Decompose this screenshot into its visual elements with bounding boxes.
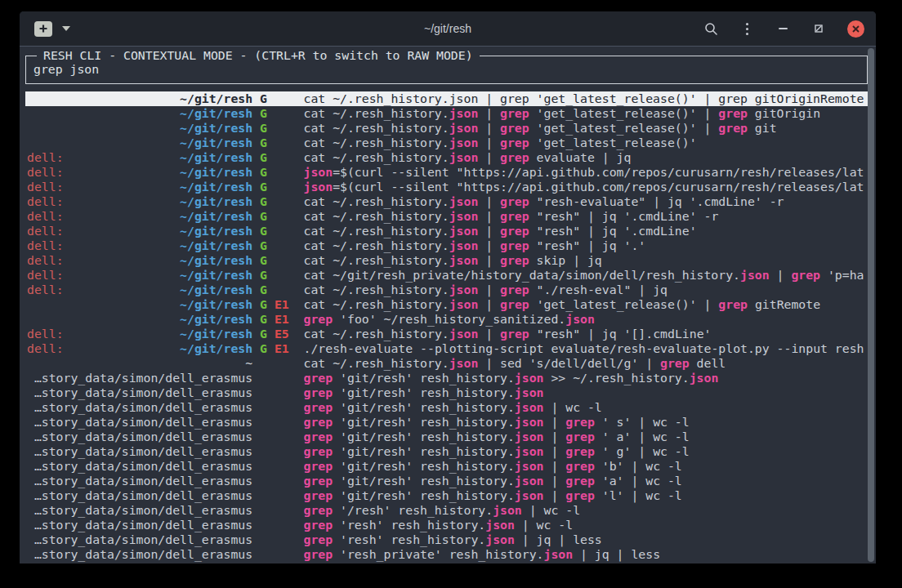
command-text: cat ~/.resh_history.json | grep "resh" |… [304,209,869,224]
status-flags [260,415,289,430]
directory-label: …story_data/simon/dell_erasmus [34,400,252,415]
directory-label: …story_data/simon/dell_erasmus [34,518,252,532]
history-row[interactable]: ~/git/reshGcat ~/.resh_history.json | gr… [25,91,868,106]
command-text: cat ~/.resh_history.json | grep 'get_lat… [304,91,869,106]
history-row[interactable]: …story_data/simon/dell_erasmusgrep 'git/… [25,400,868,415]
history-row[interactable]: …story_data/simon/dell_erasmusgrep 'resh… [25,532,868,547]
host-dir-column: dell:~/git/resh [27,150,252,165]
history-row[interactable]: …story_data/simon/dell_erasmusgrep 'resh… [25,547,868,562]
directory-label: ~/git/resh [180,194,252,209]
history-row[interactable]: …story_data/simon/dell_erasmusgrep 'git/… [25,459,868,474]
history-row[interactable]: …story_data/simon/dell_erasmusgrep '/res… [25,503,868,518]
host-dir-column: dell:~/git/resh [27,180,252,194]
kebab-menu-icon[interactable] [739,21,754,36]
new-tab-icon[interactable] [34,21,52,37]
host-dir-column: dell:~/git/resh [27,268,252,283]
host-dir-column: ~ [27,356,252,371]
host-dir-column: ~/git/resh [27,91,252,106]
directory-label: ~/git/resh [180,165,252,180]
history-row[interactable]: dell:~/git/reshGcat ~/.resh_history.json… [25,224,868,238]
status-flags [260,430,289,444]
history-row[interactable]: dell:~/git/reshGcat ~/.resh_history.json… [25,194,868,209]
command-text: cat ~/.resh_history.json | grep skip | j… [304,253,869,268]
command-text: grep 'git/resh' resh_history.json | grep… [304,415,869,430]
directory-label: ~/git/resh [180,224,252,238]
history-row[interactable]: ~/git/reshG E1grep 'foo' ~/resh_history_… [25,312,868,327]
host-dir-column: dell:~/git/resh [27,209,252,224]
resh-mode-title: RESH CLI - CONTEXTUAL MODE - (CTRL+R to … [37,48,480,63]
directory-label: ~/git/resh [180,283,252,297]
history-row[interactable]: dell:~/git/reshGcat ~/.resh_history.json… [25,238,868,253]
host-label: dell: [27,209,64,224]
status-flags [260,474,289,488]
status-flags: G [260,238,289,253]
restore-icon[interactable] [811,21,826,36]
status-flags [260,356,289,371]
command-text: ./resh-evaluate --plotting-script evalua… [304,341,868,356]
history-row[interactable]: dell:~/git/reshG E5cat ~/.resh_history.j… [25,327,868,341]
search-icon[interactable] [703,21,718,36]
status-flags: G E1 [260,297,289,312]
history-row[interactable]: …story_data/simon/dell_erasmusgrep 'resh… [25,518,868,532]
command-text: grep 'git/resh' resh_history.json | grep… [304,459,869,474]
history-row[interactable]: …story_data/simon/dell_erasmusgrep 'git/… [25,430,868,444]
titlebar: ~/git/resh [20,11,876,47]
host-dir-column: dell:~/git/resh [27,238,252,253]
directory-label: …story_data/simon/dell_erasmus [34,385,252,400]
history-row[interactable]: ~/git/reshGcat ~/.resh_history.json | gr… [25,121,868,136]
status-flags: G [260,180,289,194]
directory-label: ~/git/resh [180,91,252,106]
host-dir-column: …story_data/simon/dell_erasmus [27,430,252,444]
status-flags: G [260,136,289,150]
minimize-icon[interactable] [775,21,790,36]
host-dir-column: …story_data/simon/dell_erasmus [27,532,252,547]
command-text: grep 'git/resh' resh_history.json | grep… [304,488,869,503]
history-row[interactable]: dell:~/git/reshGjson=$(curl --silent "ht… [25,165,868,180]
host-dir-column: dell:~/git/resh [27,327,252,341]
history-row[interactable]: …story_data/simon/dell_erasmusgrep 'git/… [25,488,868,503]
history-row[interactable]: …story_data/simon/dell_erasmusgrep 'git/… [25,415,868,430]
directory-label: …story_data/simon/dell_erasmus [34,532,252,547]
history-row[interactable]: dell:~/git/reshGcat ~/.resh_history.json… [25,283,868,297]
chevron-down-icon[interactable] [62,26,70,31]
history-row[interactable]: dell:~/git/reshGjson=$(curl --silent "ht… [25,180,868,194]
status-flags: G E1 [260,341,289,356]
close-icon[interactable] [847,20,864,38]
history-row[interactable]: ~cat ~/.resh_history.json | sed 's/dell/… [25,356,868,371]
history-row[interactable]: dell:~/git/reshGcat ~/.resh_history.json… [25,150,868,165]
command-text: grep 'resh' resh_history.json | jq | les… [304,532,869,547]
history-row[interactable]: ~/git/reshGcat ~/.resh_history.json | gr… [25,106,868,121]
scrollbar[interactable] [868,48,874,562]
host-label: dell: [27,268,64,283]
history-row[interactable]: ~/git/reshGcat ~/.resh_history.json | gr… [25,136,868,150]
history-row[interactable]: dell:~/git/reshG E1./resh-evaluate --plo… [25,341,868,356]
command-text: cat ~/.resh_history.json | grep "resh-ev… [304,194,869,209]
history-row[interactable]: …story_data/simon/dell_erasmusgrep 'git/… [25,474,868,488]
host-dir-column: …story_data/simon/dell_erasmus [27,415,252,430]
host-dir-column: dell:~/git/resh [27,224,252,238]
host-dir-column: …story_data/simon/dell_erasmus [27,459,252,474]
host-dir-column: dell:~/git/resh [27,341,252,356]
directory-label: ~/git/resh [180,106,252,121]
history-row[interactable]: ~/git/reshG E1cat ~/.resh_history.json |… [25,297,868,312]
history-row[interactable]: dell:~/git/reshGcat ~/git/resh_private/h… [25,268,868,283]
status-flags [260,503,289,518]
command-text: cat ~/.resh_history.json | grep 'get_lat… [304,136,869,150]
history-row[interactable]: …story_data/simon/dell_erasmusgrep 'git/… [25,385,868,400]
history-row[interactable]: …story_data/simon/dell_erasmusgrep 'git/… [25,371,868,385]
host-label: dell: [27,283,64,297]
history-row[interactable]: dell:~/git/reshGcat ~/.resh_history.json… [25,209,868,224]
host-dir-column: dell:~/git/resh [27,165,252,180]
status-flags [260,371,289,385]
directory-label: ~/git/resh [180,341,252,356]
host-dir-column: dell:~/git/resh [27,194,252,209]
directory-label: …story_data/simon/dell_erasmus [34,474,252,488]
history-row[interactable]: …story_data/simon/dell_erasmusgrep 'git/… [25,444,868,459]
command-text: cat ~/.resh_history.json | grep "resh" |… [304,224,869,238]
history-row[interactable]: dell:~/git/reshGcat ~/.resh_history.json… [25,253,868,268]
status-flags [260,385,289,400]
command-text: grep 'git/resh' resh_history.json >> ~/.… [304,371,869,385]
host-dir-column: ~/git/resh [27,136,252,150]
command-text: grep 'git/resh' resh_history.json | wc -… [304,400,869,415]
directory-label: ~/git/resh [180,150,252,165]
